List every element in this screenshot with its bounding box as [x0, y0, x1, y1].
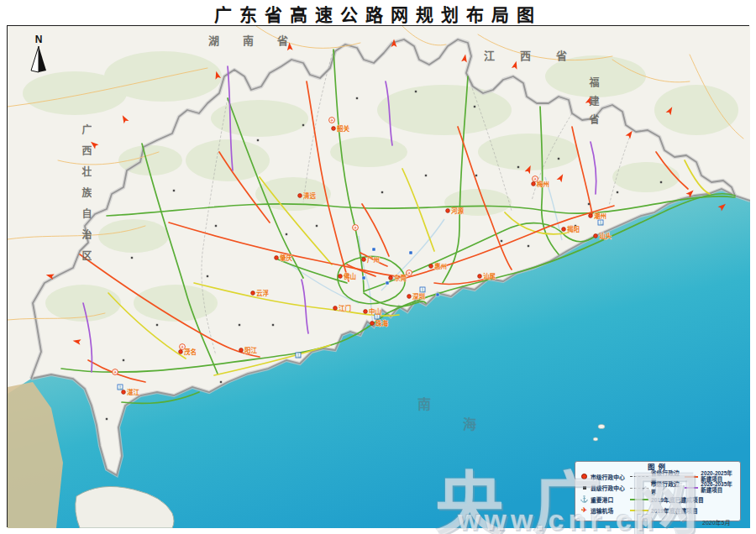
city-label: 梅州: [537, 180, 549, 188]
city-dot: [339, 275, 343, 279]
county-marker: [517, 166, 519, 168]
county-marker: [156, 324, 158, 326]
county-marker: [528, 245, 529, 247]
label-hunan: 湖南省: [208, 32, 312, 48]
city-dot: [364, 310, 368, 314]
city-dot: [407, 295, 412, 299]
label-south-china-sea-1: 南: [417, 393, 431, 413]
city-label: 茂名: [184, 348, 197, 356]
port-anchor-glyph: ⚓: [118, 384, 123, 390]
label-guangxi: 广西壮族自治区: [79, 124, 93, 271]
county-marker: [302, 124, 304, 126]
page-title: 广东省高速公路网规划布局图: [0, 1, 756, 26]
city-dot: [446, 209, 450, 213]
county-marker: [558, 158, 559, 160]
city-dot: [332, 127, 336, 131]
city-label: 云浮: [256, 289, 269, 297]
city-dot: [333, 306, 338, 311]
city-label: 湛江: [127, 388, 139, 396]
county-marker: [415, 91, 417, 92]
airport-plane-glyph: ✈: [113, 369, 117, 374]
county-marker: [131, 257, 133, 259]
city-dot: [594, 234, 598, 238]
route-shield-icon: [409, 251, 412, 254]
county-marker: [215, 225, 217, 227]
city-label: 深圳: [412, 292, 425, 301]
city-label: 潮州: [594, 212, 606, 220]
county-marker: [617, 191, 618, 193]
city-label: 江门: [339, 304, 351, 312]
city-dot: [478, 275, 482, 279]
city-label: 肇庆: [279, 254, 292, 262]
city-dot: [389, 276, 393, 280]
county-marker: [207, 275, 208, 277]
city-dot: [179, 350, 183, 354]
route-shield-icon: [436, 293, 439, 296]
city-label: 清远: [303, 191, 316, 200]
county-marker: [474, 106, 475, 107]
city-label: 惠州: [434, 262, 447, 270]
county-marker: [106, 418, 108, 420]
airport-plane-glyph: ✈: [354, 225, 357, 230]
city-label: 东莞: [394, 274, 407, 282]
label-jiangxi: 江西省: [484, 47, 592, 63]
port-anchor-glyph: ⚓: [296, 352, 302, 359]
city-dot: [362, 258, 366, 262]
city-label: 汕尾: [483, 272, 496, 280]
county-marker: [239, 324, 240, 326]
city-label: 佛山: [343, 272, 356, 280]
city-dot: [562, 228, 566, 232]
county-marker: [356, 97, 358, 99]
city-label: 中山: [369, 307, 381, 316]
airport-plane-glyph: ✈: [407, 270, 411, 275]
port-anchor-glyph: ⚓: [598, 219, 604, 226]
city-label: 汕头: [599, 232, 612, 240]
city-dot: [589, 214, 593, 218]
city-dot: [239, 348, 244, 353]
city-label: 揭阳: [567, 225, 580, 233]
page: { "title": "广东省高速公路网规划布局图", "compass": {…: [0, 0, 756, 534]
city-label: 珠海: [375, 319, 388, 327]
city-dot: [275, 256, 279, 260]
county-marker: [660, 181, 662, 183]
route-shield-icon: [362, 276, 365, 280]
county-marker: [501, 240, 502, 242]
city-dot: [532, 182, 536, 186]
label-fujian: 福建省: [586, 77, 601, 133]
city-dot: [251, 291, 255, 296]
route-shield-icon: [386, 281, 389, 285]
city-label: 广州: [367, 255, 380, 264]
city-label: 阳江: [244, 346, 257, 354]
airport-plane-glyph: ✈: [330, 118, 333, 123]
city-dot: [298, 194, 302, 198]
county-marker: [588, 203, 590, 205]
county-marker: [425, 175, 427, 176]
watermark-url: www.cnr.cn: [458, 504, 658, 534]
county-marker: [257, 139, 259, 141]
city-dot: [429, 264, 433, 269]
county-marker: [272, 324, 274, 326]
county-marker: [475, 175, 477, 176]
county-marker: [316, 225, 318, 227]
city-label: 河源: [451, 207, 464, 215]
county-marker: [173, 190, 175, 191]
city-dot: [370, 322, 375, 326]
county-marker: [220, 381, 222, 383]
city-dot: [122, 390, 126, 395]
route-shield-icon: [372, 248, 375, 251]
label-south-china-sea-2: 海: [463, 413, 476, 433]
city-label: 韶关: [337, 124, 349, 133]
county-marker: [381, 191, 383, 193]
county-marker: [123, 359, 124, 361]
county-marker: [286, 233, 287, 235]
